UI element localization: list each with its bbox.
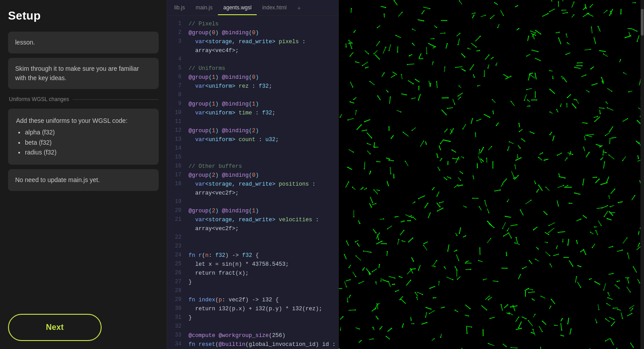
line-number: 17 xyxy=(169,171,181,180)
code-content: var<uniform> count : u32; xyxy=(189,135,333,144)
line-number: 26 xyxy=(169,269,181,278)
line-number: 10 xyxy=(169,109,181,118)
code-line: 25 let x = sin(n) * 43758.5453; xyxy=(167,260,338,269)
code-content xyxy=(189,242,333,251)
line-number: 2 xyxy=(169,28,181,37)
code-content: @group(1) @binding(0) xyxy=(189,73,333,82)
line-number: 20 xyxy=(169,207,181,215)
tab-bar: lib.jsmain.jsagents.wgslindex.html+ xyxy=(167,0,338,16)
bottom-area: Next xyxy=(8,312,159,341)
code-area[interactable]: 1// Pixels2@group(0) @binding(0)3 var<st… xyxy=(167,16,338,349)
list-item: beta (f32) xyxy=(25,138,151,147)
code-content: let x = sin(n) * 43758.5453; xyxy=(189,260,333,269)
line-number: 33 xyxy=(169,331,181,340)
code-line: 16// Other buffers xyxy=(167,162,338,171)
line-number: 12 xyxy=(169,126,181,135)
skim-text-block: Skim through it to make sure you are fam… xyxy=(8,58,159,89)
code-content xyxy=(189,91,333,100)
line-number: 15 xyxy=(169,153,181,162)
line-number: 11 xyxy=(169,118,181,126)
line-number: 34 xyxy=(169,340,181,349)
code-line: 33@compute @workgroup_size(256) xyxy=(167,331,338,340)
code-line: 6@group(1) @binding(0) xyxy=(167,73,338,82)
code-line: 8 xyxy=(167,91,338,100)
code-line: 26 return fract(x); xyxy=(167,269,338,278)
content-area: lesson. Skim through it to make sure you… xyxy=(8,32,159,306)
code-line: 5// Uniforms xyxy=(167,64,338,73)
code-content: @group(2) @binding(0) xyxy=(189,171,333,180)
line-number: 6 xyxy=(169,73,181,82)
code-content: fn r(n: f32) -> f32 { xyxy=(189,251,333,260)
line-number: 13 xyxy=(169,135,181,144)
code-content: } xyxy=(189,313,333,322)
code-line: 23 xyxy=(167,242,338,251)
next-button[interactable]: Next xyxy=(8,314,102,341)
code-line: 2@group(0) @binding(0) xyxy=(167,28,338,37)
code-content: @group(1) @binding(2) xyxy=(189,126,333,135)
code-content xyxy=(189,198,333,207)
line-number: 32 xyxy=(169,322,181,331)
tab-libjs[interactable]: lib.js xyxy=(169,1,190,15)
code-content: return i32(p.x) + i32(p.y) * i32(rez); xyxy=(189,304,333,313)
code-line: 20@group(2) @binding(1) xyxy=(167,207,338,215)
code-line: 12@group(1) @binding(2) xyxy=(167,126,338,135)
line-number: 9 xyxy=(169,100,181,109)
line-number: 22 xyxy=(169,233,181,242)
code-content xyxy=(189,144,333,153)
code-content: array<vec4f>; xyxy=(189,46,333,55)
line-number xyxy=(169,46,181,55)
tab-agentswgsl[interactable]: agents.wgsl xyxy=(218,1,257,15)
tab-mainjs[interactable]: main.js xyxy=(190,1,218,15)
line-number: 24 xyxy=(169,251,181,260)
line-number: 1 xyxy=(169,20,181,28)
code-content: @group(1) @binding(1) xyxy=(189,100,333,109)
code-line: 30 return i32(p.x) + i32(p.y) * i32(rez)… xyxy=(167,304,338,313)
code-content: // Other buffers xyxy=(189,162,333,171)
list-item: radius (f32) xyxy=(25,147,151,157)
code-content xyxy=(189,153,333,162)
left-panel: Setup lesson. Skim through it to make su… xyxy=(0,0,167,349)
code-line: 4 xyxy=(167,55,338,64)
code-line: 1// Pixels xyxy=(167,20,338,28)
code-line: array<vec2f>; xyxy=(167,224,338,233)
code-content: var<storage, read_write> pixels : xyxy=(189,37,333,46)
code-line: 27} xyxy=(167,278,338,287)
code-line: 17@group(2) @binding(0) xyxy=(167,171,338,180)
code-content: var<storage, read_write> positions : xyxy=(189,180,333,189)
code-line: 19 xyxy=(167,198,338,207)
code-line: 28 xyxy=(167,287,338,296)
code-line: 11 xyxy=(167,118,338,126)
add-tab-button[interactable]: + xyxy=(293,1,305,15)
code-line: 34fn reset(@builtin(global_invocation_id… xyxy=(167,340,338,349)
code-line: 24fn r(n: f32) -> f32 { xyxy=(167,251,338,260)
code-content xyxy=(189,118,333,126)
line-number xyxy=(169,224,181,233)
code-content: @group(2) @binding(1) xyxy=(189,207,333,215)
code-content: // Uniforms xyxy=(189,64,333,73)
scrollbar[interactable] xyxy=(640,0,644,349)
line-number: 8 xyxy=(169,91,181,100)
line-number: 18 xyxy=(169,180,181,189)
skim-text: Skim through it to make sure you are fam… xyxy=(15,65,139,81)
code-content: return fract(x); xyxy=(189,269,333,278)
line-number: 16 xyxy=(169,162,181,171)
scrollbar-thumb[interactable] xyxy=(641,9,644,36)
code-line: 14 xyxy=(167,144,338,153)
uniforms-info-block: Add these uniforms to your WGSL code: al… xyxy=(8,109,159,165)
agents-canvas xyxy=(339,0,644,349)
line-number: 19 xyxy=(169,198,181,207)
code-content: // Pixels xyxy=(189,20,333,28)
code-content: array<vec2f>; xyxy=(189,224,333,233)
code-content: var<uniform> rez : f32; xyxy=(189,82,333,91)
code-line: 18 var<storage, read_write> positions : xyxy=(167,180,338,189)
code-line: array<vec4f>; xyxy=(167,46,338,55)
tab-indexhtml[interactable]: index.html xyxy=(257,1,292,15)
code-content: @compute @workgroup_size(256) xyxy=(189,331,333,340)
code-line: 21 var<storage, read_write> velocities : xyxy=(167,215,338,224)
code-content: @group(0) @binding(0) xyxy=(189,28,333,37)
line-number: 25 xyxy=(169,260,181,269)
code-content xyxy=(189,322,333,331)
line-number: 23 xyxy=(169,242,181,251)
code-line: array<vec2f>; xyxy=(167,189,338,198)
list-item: alpha (f32) xyxy=(25,127,151,137)
